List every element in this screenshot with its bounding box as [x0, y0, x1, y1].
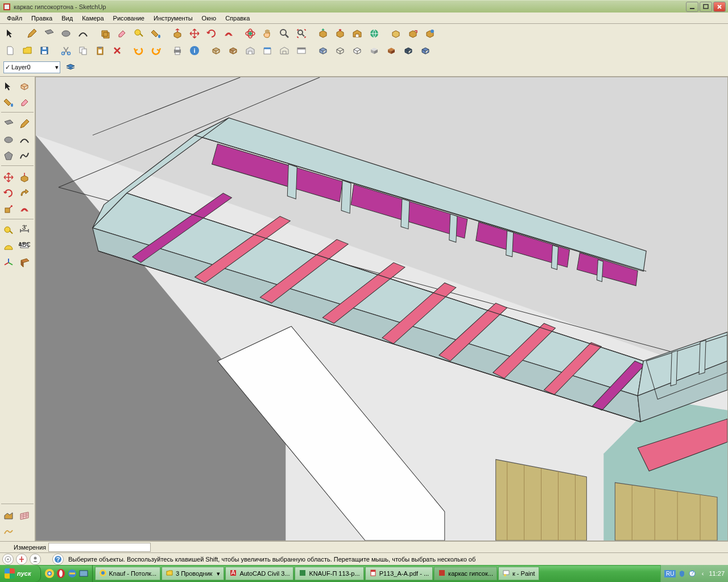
scenes-dialog-icon[interactable]: [293, 43, 309, 59]
line-tool-icon[interactable]: [17, 117, 32, 131]
tape-tool-icon[interactable]: [1, 223, 16, 238]
xray-icon[interactable]: [315, 43, 331, 59]
materials-dialog-icon[interactable]: [242, 43, 258, 59]
component-box-icon[interactable]: [17, 79, 32, 94]
menu-window[interactable]: Окно: [197, 14, 221, 23]
monochrome-icon[interactable]: [400, 43, 416, 59]
measurements-input[interactable]: [48, 543, 151, 552]
taskbar-item-5[interactable]: каркас гипсок...: [434, 567, 497, 580]
protractor-tool-icon[interactable]: [1, 239, 16, 254]
orbit-icon[interactable]: [242, 26, 258, 41]
taskbar-item-3[interactable]: KNAUF-П 113-р...: [295, 567, 363, 580]
get-models-icon[interactable]: [315, 26, 331, 41]
delete-icon[interactable]: [109, 43, 125, 59]
save-file-icon[interactable]: [36, 43, 52, 59]
menu-tools[interactable]: Инструменты: [149, 14, 197, 23]
layer-manager-icon[interactable]: [63, 59, 78, 75]
geo-location-icon[interactable]: [2, 554, 14, 565]
start-button[interactable]: пуск: [0, 565, 41, 582]
arc-icon[interactable]: [75, 26, 91, 41]
menu-edit[interactable]: Правка: [27, 14, 57, 23]
push-pull-icon[interactable]: [169, 26, 185, 41]
smoove-icon[interactable]: [1, 524, 16, 539]
rotate-icon[interactable]: [204, 26, 220, 41]
rectangle-icon[interactable]: [41, 26, 57, 41]
back-edges-icon[interactable]: [417, 43, 433, 59]
paint-bucket-icon[interactable]: [148, 26, 164, 41]
hidden-line-icon[interactable]: [349, 43, 365, 59]
arc-tool-icon[interactable]: [17, 132, 32, 147]
help-icon[interactable]: ?: [52, 554, 64, 565]
taskbar-item-1[interactable]: 3 Проводник▾: [162, 567, 224, 580]
pencil-icon[interactable]: [24, 26, 40, 41]
language-indicator[interactable]: RU: [664, 570, 676, 577]
arrow-tool-icon[interactable]: [1, 79, 16, 94]
claim-credit-icon[interactable]: [30, 554, 41, 565]
pan-icon[interactable]: [259, 26, 275, 41]
styles-dialog-icon[interactable]: [259, 43, 275, 59]
offset-tool-icon[interactable]: [17, 202, 32, 217]
tray-expand-icon[interactable]: ‹: [698, 569, 706, 577]
scale-tool-icon[interactable]: [1, 202, 16, 217]
shaded-textures-icon[interactable]: [383, 43, 399, 59]
pushpull-tool-icon[interactable]: [17, 170, 32, 185]
eraser-icon[interactable]: [114, 26, 130, 41]
new-file-icon[interactable]: [2, 43, 18, 59]
sandbox-scratch-icon[interactable]: [17, 508, 32, 523]
move-icon[interactable]: [187, 26, 202, 41]
undo-icon[interactable]: [131, 43, 147, 59]
components-dialog-icon[interactable]: [208, 43, 224, 59]
zoom-icon[interactable]: [276, 26, 292, 41]
menu-file[interactable]: Файл: [2, 14, 27, 23]
zoom-extents-icon[interactable]: [293, 26, 309, 41]
model-info-icon[interactable]: i: [187, 43, 202, 59]
paint-tool-icon[interactable]: [1, 95, 16, 110]
cut-icon[interactable]: [58, 43, 74, 59]
move-tool-icon[interactable]: [1, 170, 16, 185]
text-tool-icon[interactable]: ABC: [17, 239, 32, 254]
outliner-icon[interactable]: [225, 43, 241, 59]
toggle-terrain-icon[interactable]: [405, 26, 421, 41]
eraser-tool-icon[interactable]: [17, 95, 32, 110]
sandbox-contours-icon[interactable]: [1, 508, 16, 523]
redo-icon[interactable]: [148, 43, 164, 59]
menu-view[interactable]: Вид: [57, 14, 77, 23]
taskbar-item-0[interactable]: Knauf - Потолк...: [95, 567, 161, 580]
ie-ql-icon[interactable]: [67, 568, 77, 579]
menu-drawing[interactable]: Рисование: [109, 14, 149, 23]
tray-help-icon[interactable]: ?: [688, 569, 696, 577]
dimension-tool-icon[interactable]: 3': [17, 223, 32, 238]
3d-warehouse-icon[interactable]: [349, 26, 365, 41]
extension-warehouse-icon[interactable]: [366, 26, 382, 41]
chrome-ql-icon[interactable]: [44, 568, 55, 579]
photo-textures-icon[interactable]: [422, 26, 438, 41]
tape-measure-icon[interactable]: [131, 26, 147, 41]
paste-icon[interactable]: [92, 43, 108, 59]
tray-shield-icon[interactable]: [678, 569, 686, 577]
circle-icon[interactable]: [58, 26, 74, 41]
add-location-icon[interactable]: [388, 26, 404, 41]
taskbar-item-4[interactable]: P113_A-A.pdf - ...: [365, 567, 433, 580]
maximize-button[interactable]: [700, 2, 712, 12]
shaded-icon[interactable]: [366, 43, 382, 59]
taskbar-item-2[interactable]: AAutoCAD Civil 3...: [225, 567, 293, 580]
menu-help[interactable]: Справка: [221, 14, 254, 23]
section-tool-icon[interactable]: [17, 255, 32, 270]
clock[interactable]: 11:27: [709, 570, 725, 577]
show-desktop-icon[interactable]: [78, 568, 89, 579]
make-component-icon[interactable]: [97, 26, 113, 41]
offset-icon[interactable]: [221, 26, 237, 41]
layer-dropdown[interactable]: ✓ Layer0 ▾: [3, 61, 60, 73]
open-file-icon[interactable]: [19, 43, 35, 59]
close-button[interactable]: [713, 2, 726, 12]
freehand-tool-icon[interactable]: [17, 148, 32, 163]
viewport-3d[interactable]: [35, 77, 728, 541]
rotate-tool-icon[interactable]: [1, 186, 16, 201]
taskbar-item-6[interactable]: к - Paint: [498, 567, 539, 580]
opera-ql-icon[interactable]: [56, 568, 66, 579]
followme-tool-icon[interactable]: [17, 186, 32, 201]
share-model-icon[interactable]: [332, 26, 348, 41]
credits-icon[interactable]: [16, 554, 27, 565]
menu-camera[interactable]: Камера: [77, 14, 108, 23]
select-icon[interactable]: [2, 26, 18, 41]
